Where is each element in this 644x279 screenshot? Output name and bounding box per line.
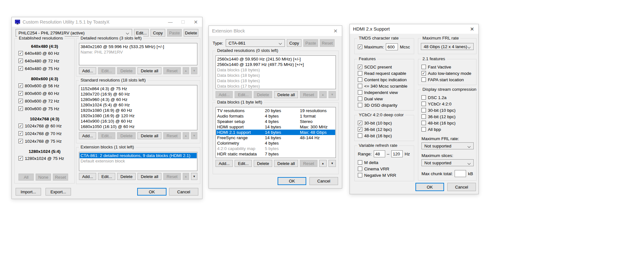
data-block-row[interactable]: HDMI 2.1 support14 bytesMax: 48 Gbps: [216, 130, 335, 135]
checkbox[interactable]: ✓: [18, 83, 23, 88]
list-item[interactable]: 1280x960 (4:3) @ 60 Hz: [80, 97, 197, 102]
checkbox[interactable]: [421, 65, 426, 69]
minimize-icon[interactable]: —: [164, 17, 177, 27]
list-item[interactable]: 1440x900 (16:10) @ 60 Hz: [80, 118, 197, 124]
list-item[interactable]: Name: PHL 279M1RV: [80, 49, 197, 55]
list-item[interactable]: 2560x1440 @ 119.997 Hz (497.75 MHz) [+/+…: [216, 62, 335, 67]
range-min-input[interactable]: [374, 150, 385, 157]
list-item[interactable]: Data blocks (18 bytes): [216, 78, 335, 83]
checkbox-item[interactable]: Cinema VRR: [355, 166, 414, 172]
delete-button[interactable]: Delete: [184, 29, 198, 37]
checkbox[interactable]: [358, 77, 362, 82]
range-max-input[interactable]: [391, 150, 403, 157]
checkbox-item[interactable]: 30-bit (10 bpc): [418, 107, 476, 113]
add-button[interactable]: Add...: [216, 160, 233, 167]
tmds-maximum-input[interactable]: [386, 43, 398, 50]
data-block-row[interactable]: 4:2:0 capability map5 bytes: [216, 146, 335, 151]
add-button[interactable]: Add...: [79, 67, 96, 74]
delete-all-button[interactable]: Delete all: [138, 132, 161, 139]
checkbox[interactable]: ✓: [358, 65, 362, 69]
checkbox[interactable]: [358, 84, 362, 88]
dsc-max-frl-select[interactable]: Not supported: [421, 142, 474, 149]
edit-button[interactable]: Edit...: [98, 173, 115, 180]
eb-detailed-resolutions-list[interactable]: 2560x1440 @ 59.950 Hz (241.50 MHz) [+/-]…: [216, 55, 336, 89]
checkbox-item[interactable]: DSC 1.2a: [418, 94, 476, 101]
data-block-row[interactable]: HDR static metadata7 bytes: [216, 151, 335, 157]
checkbox[interactable]: [421, 127, 426, 132]
move-down-button[interactable]: ▼: [191, 173, 197, 180]
checkbox-item[interactable]: 48-bit (16 bpc): [418, 120, 476, 126]
add-button[interactable]: Add...: [79, 173, 96, 180]
checkbox[interactable]: [421, 121, 426, 125]
list-item[interactable]: 1920x1080 (16:9) @ 60 Hz: [80, 108, 197, 113]
checkbox-item[interactable]: 48-bit (16 bpc): [355, 132, 414, 139]
checkbox[interactable]: ✓: [18, 139, 23, 143]
list-item[interactable]: Data blocks (17 bytes): [216, 83, 335, 89]
copy-button[interactable]: Copy: [287, 39, 301, 47]
data-block-row[interactable]: Colorimetry4 bytes: [216, 140, 335, 146]
checkbox-item[interactable]: <= 340 Mcsc scramble: [355, 83, 414, 89]
checkbox-item[interactable]: ✓800x600 @ 56 Hz: [15, 82, 74, 89]
checkbox-item[interactable]: YCbCr 4:2:0: [418, 101, 476, 107]
checkbox-item[interactable]: ✓Auto low-latency mode: [418, 70, 476, 76]
delete-all-button[interactable]: Delete all: [274, 160, 298, 167]
detailed-resolutions-list[interactable]: 3840x2160 @ 59.996 Hz (533.25 MHz) [+/-]…: [79, 43, 197, 65]
checkbox[interactable]: ✓: [18, 59, 23, 63]
checkbox[interactable]: ✓: [18, 124, 23, 128]
add-button[interactable]: Add...: [79, 132, 96, 139]
close-icon[interactable]: ✕: [329, 26, 342, 36]
max-chunk-input[interactable]: [455, 170, 466, 177]
delete-all-button[interactable]: Delete all: [274, 91, 298, 98]
checkbox[interactable]: [358, 160, 362, 165]
checkbox-item[interactable]: ✓800x600 @ 72 Hz: [15, 97, 74, 105]
checkbox[interactable]: ✓: [18, 99, 23, 103]
list-item[interactable]: 1920x1080 (16:9) @ 120 Hz: [80, 113, 197, 118]
data-block-row[interactable]: TV resolutions20 bytes19 resolutions: [216, 108, 335, 113]
checkbox-item[interactable]: ✓1024x768 @ 75 Hz: [15, 137, 74, 145]
data-block-row[interactable]: Audio formats4 bytes1 format: [216, 113, 335, 119]
list-item[interactable]: Data blocks (18 bytes): [216, 73, 335, 78]
list-item[interactable]: 1152x864 (4:3) @ 75 Hz: [80, 86, 197, 91]
list-item[interactable]: 3840x2160 @ 59.996 Hz (533.25 MHz) [+/-]: [80, 44, 197, 49]
list-item[interactable]: Default extension block: [80, 158, 197, 164]
data-blocks-table[interactable]: TV resolutions20 bytes19 resolutionsAudi…: [216, 107, 336, 158]
checkbox-item[interactable]: ✓640x480 @ 72 Hz: [15, 57, 74, 65]
checkbox[interactable]: ✓: [18, 91, 23, 96]
checkbox-item[interactable]: ✓640x480 @ 60 Hz: [15, 49, 74, 57]
checkbox[interactable]: [421, 95, 426, 100]
extension-blocks-list[interactable]: CTA-861: 2 detailed resolutions, 9 data …: [79, 152, 197, 171]
checkbox-item[interactable]: FAPA start location: [418, 76, 476, 83]
data-block-row[interactable]: FreeSync range14 bytes48-144 Hz: [216, 135, 335, 140]
delete-all-button[interactable]: Delete all: [138, 173, 161, 180]
checkbox[interactable]: [358, 133, 362, 138]
cancel-button[interactable]: Cancel: [169, 188, 198, 196]
ok-button[interactable]: OK: [137, 188, 166, 196]
export-button[interactable]: Export...: [46, 188, 71, 196]
standard-resolutions-list[interactable]: 1152x864 (4:3) @ 75 Hz1280x720 (16:9) @ …: [79, 85, 197, 130]
checkbox[interactable]: [421, 114, 426, 119]
edit-button[interactable]: Edit...: [235, 160, 252, 167]
delete-button[interactable]: Delete: [254, 160, 272, 167]
checkbox-item[interactable]: ✓1280x1024 @ 75 Hz: [15, 154, 74, 162]
close-icon[interactable]: ✕: [189, 17, 202, 27]
checkbox[interactable]: [358, 103, 362, 107]
checkbox-item[interactable]: Read request capable: [355, 70, 414, 76]
checkbox[interactable]: [358, 90, 362, 95]
checkbox-item[interactable]: Dual view: [355, 96, 414, 102]
cancel-button[interactable]: Cancel: [309, 177, 338, 185]
checkbox-item[interactable]: ✓1024x768 @ 70 Hz: [15, 130, 74, 137]
list-item[interactable]: 1280x720 (16:9) @ 60 Hz: [80, 91, 197, 97]
import-button[interactable]: Import...: [16, 188, 41, 196]
delete-button[interactable]: Delete: [117, 173, 136, 180]
cancel-button[interactable]: Cancel: [447, 183, 476, 191]
copy-button[interactable]: Copy: [151, 29, 165, 37]
checkbox[interactable]: ✓: [358, 121, 362, 125]
checkbox[interactable]: [358, 97, 362, 101]
checkbox[interactable]: ✓: [18, 66, 23, 71]
checkbox[interactable]: ✓: [18, 51, 23, 55]
type-select[interactable]: CTA-861: [226, 39, 285, 47]
checkbox[interactable]: [358, 173, 362, 177]
checkbox-item[interactable]: 3D OSD disparity: [355, 102, 414, 108]
checkbox-item[interactable]: Fast Vactive: [418, 64, 476, 70]
data-block-row[interactable]: Speaker setup4 bytesStereo: [216, 119, 335, 124]
